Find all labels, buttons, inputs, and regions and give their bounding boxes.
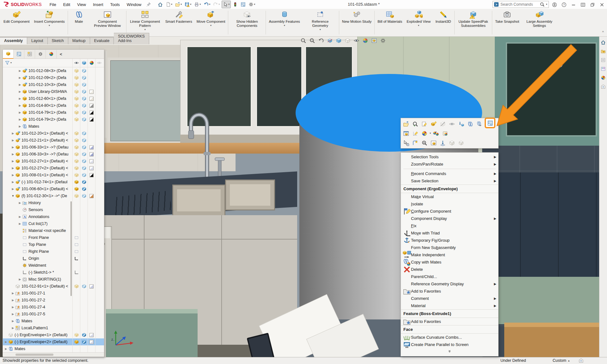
material-tag-icon[interactable] (579, 358, 584, 363)
tree-item[interactable]: (-) Sketch1-> * (3, 269, 104, 276)
ribbon-reference-geometry-button[interactable]: Reference Geometry▾ (302, 9, 338, 36)
menu-item-temporary-fix-group[interactable]: Temporary Fix/Group (401, 237, 498, 244)
component-preview-window-button[interactable] (402, 130, 410, 137)
col_display-cell[interactable] (80, 338, 88, 345)
ribbon-snapshot-button[interactable]: Take Snapshot (493, 9, 521, 36)
expand-collapsed-icon[interactable]: ▶ (11, 187, 15, 191)
close-button[interactable] (599, 1, 605, 8)
help-button[interactable]: ? (561, 1, 567, 8)
col_part-cell[interactable] (72, 290, 80, 297)
tree-horizontal-scrollbar[interactable] (3, 352, 104, 357)
tree-item[interactable]: ▶LocalLPattern1 (3, 325, 104, 331)
tree-item[interactable]: ▶101-006-33<3> ->? (Defau (3, 151, 104, 158)
ribbon-instant3d-button[interactable]: Instant3D (433, 9, 454, 36)
select-other-button[interactable] (402, 139, 410, 147)
menu-item-add-to-favorites[interactable]: Add to Favorites (401, 318, 498, 325)
tree-item[interactable]: ▶Mates (3, 345, 104, 352)
ribbon-smart-fasteners-button[interactable]: Smart Fasteners (163, 9, 194, 36)
appearance-swatch[interactable] (89, 194, 94, 198)
col_display-cell[interactable] (80, 179, 88, 185)
col_display-cell[interactable] (80, 331, 88, 338)
tree-item[interactable]: 101-012-91<1> (Default) < (3, 283, 104, 290)
col_part-cell[interactable] (72, 185, 80, 192)
appearance-swatch[interactable] (89, 173, 94, 177)
menu-item-copy-with-mates[interactable]: Copy with Mates (401, 258, 498, 266)
hud-hide-show-items-button[interactable] (353, 38, 359, 44)
tree-item[interactable]: Right Plane (3, 248, 104, 255)
insert-components-dropdown-icon[interactable]: ▾ (49, 24, 50, 27)
expand-collapsed-icon[interactable]: ▶ (18, 118, 22, 121)
col_display-cell[interactable] (80, 276, 88, 283)
appearance-swatch[interactable] (89, 145, 94, 149)
col_appearance-cell[interactable] (88, 269, 95, 276)
ribbon-component-preview-button[interactable]: Component Preview Window (89, 9, 126, 36)
ribbon-move-component-button[interactable]: Move Component▾ (194, 9, 228, 36)
col_appearance-cell[interactable] (88, 318, 95, 325)
menu-item-reference-geometry-display[interactable]: Reference Geometry Display▶ (401, 280, 498, 288)
tree-vertical-scrollbar[interactable] (71, 201, 72, 296)
ribbon-exploded-view-button[interactable]: Exploded View▾ (404, 9, 433, 36)
col_part-cell[interactable] (72, 213, 80, 220)
search-input[interactable] (500, 2, 538, 7)
tree-item[interactable]: ▶User Library-DISHWA (3, 88, 104, 95)
expand-collapsed-icon[interactable]: ▶ (11, 153, 15, 156)
tree-item[interactable]: Sensors (3, 206, 104, 213)
col_display-cell[interactable] (80, 102, 88, 109)
col_display-cell[interactable] (80, 123, 88, 130)
component-preview-button[interactable] (430, 139, 438, 147)
col_part-cell[interactable] (72, 81, 80, 88)
expand-collapsed-icon[interactable]: ▶ (4, 340, 8, 343)
appearance-swatch[interactable] (89, 111, 94, 115)
expand-collapsed-icon[interactable]: ▶ (18, 278, 22, 281)
col_appearance-cell[interactable] (88, 276, 95, 283)
component-properties-button[interactable] (485, 118, 495, 128)
ribbon-linear-pattern-button[interactable]: Linear Component Pattern▾ (127, 9, 163, 36)
open-part-button[interactable] (402, 120, 410, 128)
col_appearance-cell[interactable] (88, 338, 95, 345)
menu-edit[interactable]: Edit (60, 1, 73, 8)
menu-item-configure-component[interactable]: Configure Component (401, 208, 498, 215)
col_appearance-cell[interactable] (88, 255, 95, 262)
tree-item[interactable]: ▶101-012-09<2> (Defa (3, 74, 104, 81)
redo-button[interactable]: ▾ (212, 1, 221, 8)
col_appearance-cell[interactable] (88, 144, 95, 151)
col_display-cell[interactable] (80, 248, 88, 255)
tree-item[interactable]: ▶101-012-08<3> (Defa (3, 67, 104, 74)
expand-collapsed-icon[interactable]: ▶ (11, 167, 15, 170)
appearance-swatch[interactable] (89, 90, 94, 94)
col_appearance-cell[interactable] (88, 179, 95, 185)
tree-item[interactable]: ▶Cut list(17) (3, 220, 104, 227)
tab-solidworks-add-ins[interactable]: SOLIDWORKS Add-Ins (114, 33, 149, 44)
open-dropdown-icon[interactable]: ▾ (181, 3, 182, 6)
menu-item-move-with-triad[interactable]: Move with Triad (401, 229, 498, 237)
col_part-cell[interactable] (72, 304, 80, 311)
menu-item-zoom-pan-rotate[interactable]: Zoom/Pan/Rotate▶ (401, 161, 498, 168)
expand-collapsed-icon[interactable]: ▶ (11, 132, 15, 135)
col_appearance-cell[interactable] (88, 192, 95, 199)
menu-item-fix[interactable]: Fix (401, 222, 498, 229)
appearance-swatch[interactable] (89, 166, 94, 170)
select-cursor-dropdown-icon[interactable]: ▾ (228, 3, 230, 6)
col_appearance-cell[interactable] (88, 311, 95, 318)
col_part-cell[interactable] (72, 165, 80, 172)
taskpane-file-explorer-button[interactable] (601, 57, 606, 63)
menu-item-make-virtual[interactable]: Make Virtual (401, 193, 498, 200)
col_display-cell[interactable] (80, 81, 88, 88)
panel-collapse-chevron[interactable]: < (60, 52, 62, 57)
expand-collapsed-icon[interactable]: ▶ (4, 347, 8, 350)
tree-item[interactable]: ▶101-006-60<1> (Default) < (3, 185, 104, 192)
col_part-cell[interactable] (72, 123, 80, 130)
isometric-view-button[interactable] (448, 139, 456, 147)
hud-view-orientation-button[interactable] (336, 38, 342, 44)
tree-item[interactable]: ▶101-001-27-2 (3, 297, 104, 304)
panel-tab-configurationmanager[interactable] (24, 50, 35, 58)
scene-sink-basin-2[interactable] (225, 179, 275, 210)
expand-collapsed-icon[interactable]: ▶ (11, 139, 15, 142)
col_display-cell[interactable] (80, 206, 88, 213)
col_part-cell[interactable] (72, 276, 80, 283)
hud-apply-scene-button[interactable] (371, 38, 377, 44)
ribbon-speedpak-button[interactable]: Update SpeedPak Subassemblies (455, 9, 491, 36)
col_appearance-cell[interactable] (88, 227, 95, 234)
col_display-cell[interactable] (80, 290, 88, 297)
col_part-cell[interactable] (72, 144, 80, 151)
